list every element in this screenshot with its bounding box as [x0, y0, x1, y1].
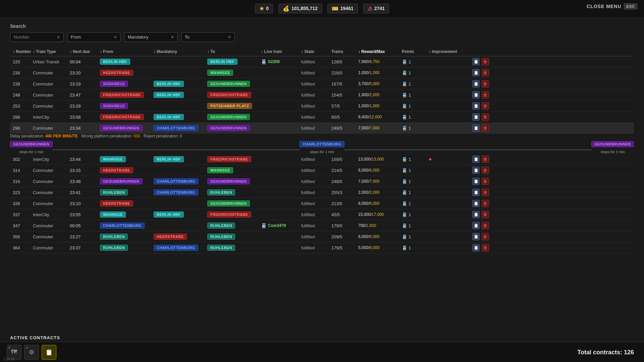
total-contracts: Total contracts: 126: [577, 349, 634, 356]
station-badge: Friedrichstrabe: [207, 212, 251, 218]
station-badge: Berlin HBF: [154, 156, 184, 162]
search-label: Search: [10, 23, 634, 29]
copy-button[interactable]: 📋: [472, 80, 480, 87]
delete-button[interactable]: 🗑: [482, 69, 489, 76]
col-to[interactable]: ↕ To: [207, 49, 261, 54]
delete-button[interactable]: 🗑: [482, 91, 489, 99]
copy-button[interactable]: 📋: [472, 69, 480, 76]
row-state: fulfilled: [301, 70, 331, 75]
copy-button[interactable]: 📋: [472, 233, 480, 240]
station-badge: Charlottenburg: [154, 178, 198, 184]
copy-button[interactable]: 📋: [472, 189, 480, 196]
row-reward: 6,000/6,000: [358, 168, 402, 173]
row-from: Gesundbrunnen: [100, 125, 154, 131]
row-mandatory: Berlin HBF: [154, 212, 207, 218]
copy-button[interactable]: 📋: [472, 102, 480, 110]
table-row[interactable]: 296 Commuter 23:34 Gesundbrunnen Charlot…: [10, 123, 634, 134]
delete-button[interactable]: 🗑: [482, 189, 489, 196]
col-mandatory[interactable]: ↕ Mandatory: [154, 49, 207, 54]
table-row[interactable]: 314 Commuter 23:15 Heerstrabe Wannsee fu…: [10, 165, 634, 176]
table-row[interactable]: 253 Commuter 23:29 Südkreuz Potsdamer Pl…: [10, 101, 634, 112]
delete-button[interactable]: 🗑: [482, 124, 489, 132]
number-filter[interactable]: Number ✕: [10, 32, 64, 42]
delete-button[interactable]: 🗑: [482, 244, 489, 251]
table-row[interactable]: 288 InterCity 23:08 Friedrichstrabe Berl…: [10, 112, 634, 123]
row-state: fulfilled: [301, 234, 331, 239]
delete-button[interactable]: 🗑: [482, 211, 489, 218]
table-row[interactable]: 302 InterCity 23:44 Wannsee Berlin HBF F…: [10, 154, 634, 165]
table-row[interactable]: 326 Commuter 23:10 Heerstrabe Gesundbrun…: [10, 198, 634, 209]
table-row[interactable]: 238 Commuter 23:20 Heerstrabe Wannsee fu…: [10, 67, 634, 78]
copy-button[interactable]: 📋: [472, 178, 480, 185]
col-trains[interactable]: Trains: [331, 49, 358, 54]
copy-button[interactable]: 📋: [472, 58, 480, 65]
col-points[interactable]: Points: [402, 49, 429, 54]
col-improvement[interactable]: ↕ Improvement: [429, 49, 462, 54]
table-row[interactable]: 316 Commuter 23:48 Gesundbrunnen Charlot…: [10, 176, 634, 187]
delete-button[interactable]: 🗑: [482, 167, 489, 174]
copy-button[interactable]: 📋: [472, 167, 480, 174]
row-next-due: 23:20: [70, 70, 100, 75]
row-points: 🚆1: [402, 245, 429, 250]
time-display: 1:16:16: [3, 357, 14, 361]
row-type: Commuter: [33, 104, 70, 109]
number-clear-button[interactable]: ✕: [57, 35, 60, 40]
copy-button[interactable]: 📋: [472, 244, 480, 251]
mandatory-filter[interactable]: Mandatory ✕: [124, 32, 178, 42]
from-clear-button[interactable]: ✕: [114, 35, 117, 40]
total-contracts-value: 126: [624, 349, 634, 356]
table-row[interactable]: 323 Commuter 23:41 Ruhleben Charlottenbu…: [10, 187, 634, 198]
row-state: fulfilled: [301, 201, 331, 206]
copy-button[interactable]: 📋: [472, 124, 480, 132]
delete-button[interactable]: 🗑: [482, 80, 489, 87]
col-type[interactable]: ↕ Train Type: [33, 49, 70, 54]
copy-button[interactable]: 📋: [472, 113, 480, 121]
mandatory-clear-button[interactable]: ✕: [171, 35, 174, 40]
train-icon: 🚆: [261, 59, 267, 64]
table-row[interactable]: 364 Commuter 23:37 Ruhleben Charlottenbu…: [10, 242, 634, 253]
col-live[interactable]: ↕ Live train: [261, 49, 301, 54]
row-type: Commuter: [33, 190, 70, 195]
delete-button[interactable]: 🗑: [482, 178, 489, 185]
copy-button[interactable]: 📋: [472, 211, 480, 218]
row-number: 220: [13, 59, 33, 64]
from-filter[interactable]: From ✕: [67, 32, 121, 42]
row-next-due: 23:48: [70, 179, 100, 184]
row-reward: 7,000/7,000: [358, 126, 402, 130]
to-clear-button[interactable]: ✕: [228, 35, 231, 40]
station-badge: Ruhleben: [100, 245, 128, 251]
col-from[interactable]: ↕ From: [100, 49, 154, 54]
table-row[interactable]: 347 Commuter 00:05 Charlottenburg Ruhleb…: [10, 220, 634, 231]
delete-button[interactable]: 🗑: [482, 58, 489, 65]
col-number[interactable]: ↕ Number: [13, 49, 33, 54]
station-badge: Gesundbrunnen: [207, 200, 250, 206]
col-state[interactable]: ↕ State: [301, 49, 331, 54]
row-number: 356: [13, 234, 33, 239]
copy-button[interactable]: 📋: [472, 91, 480, 99]
table-row[interactable]: 220 Urban Transit 00:04 Berlin HBF Berli…: [10, 56, 634, 67]
delete-button[interactable]: 🗑: [482, 200, 489, 207]
col-reward[interactable]: ↕ Reward/Max: [358, 49, 402, 54]
table-row[interactable]: 337 InterCity 23:55 Wannsee Berlin HBF F…: [10, 209, 634, 220]
to-filter[interactable]: To ✕: [181, 32, 235, 42]
copy-button[interactable]: 📋: [472, 200, 480, 207]
table-row[interactable]: 239 Commuter 23:19 Südkreuz Berlin HBF G…: [10, 78, 634, 89]
map-icon: 🗺: [11, 349, 17, 356]
row-mandatory: Charlottenburg: [154, 245, 207, 251]
col-next[interactable]: ↕ Next due: [70, 49, 100, 54]
delete-button[interactable]: 🗑: [482, 233, 489, 240]
copy-button[interactable]: 📋: [472, 222, 480, 229]
contracts-tool-button[interactable]: I 📋: [42, 345, 56, 360]
delete-button[interactable]: 🗑: [482, 102, 489, 110]
delete-button[interactable]: 🗑: [482, 222, 489, 229]
delete-button[interactable]: 🗑: [482, 113, 489, 121]
row-type: Commuter: [33, 81, 70, 86]
table-row[interactable]: 356 Commuter 23:27 Ruhleben Heerstrabe R…: [10, 231, 634, 242]
delete-button[interactable]: 🗑: [482, 156, 489, 163]
row-state: fulfilled: [301, 104, 331, 109]
settings-tool-button[interactable]: U ⚙: [24, 345, 39, 360]
close-menu-button[interactable]: CLOSE MENU ESC: [587, 3, 637, 9]
row-points: 🚆1: [402, 81, 429, 86]
copy-button[interactable]: 📋: [472, 156, 480, 163]
table-row[interactable]: 248 Commuter 23:47 Friedrichstrabe Berli…: [10, 89, 634, 101]
